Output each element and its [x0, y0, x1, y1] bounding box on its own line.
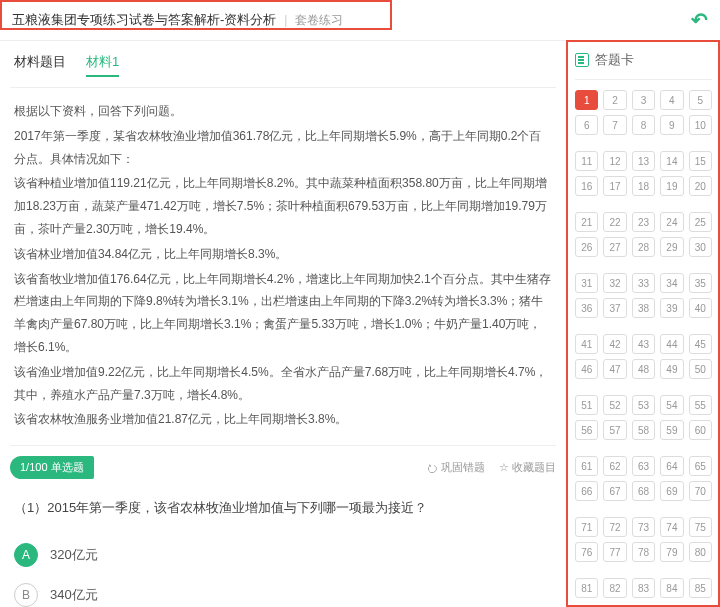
answer-cell[interactable]: 43: [632, 334, 655, 354]
answer-cell[interactable]: 27: [603, 237, 626, 257]
answer-cell[interactable]: 8: [632, 115, 655, 135]
answer-cell[interactable]: 75: [689, 517, 712, 537]
answer-cell[interactable]: 6: [575, 115, 598, 135]
answer-cell[interactable]: 13: [632, 151, 655, 171]
answer-cell[interactable]: 12: [603, 151, 626, 171]
passage-block: 根据以下资料，回答下列问题。 2017年第一季度，某省农林牧渔业增加值361.7…: [10, 88, 556, 446]
favorite-button[interactable]: ☆ 收藏题目: [499, 460, 556, 475]
answer-cell[interactable]: 5: [689, 90, 712, 110]
answer-cell[interactable]: 60: [689, 420, 712, 440]
answer-cell[interactable]: 22: [603, 212, 626, 232]
answer-cell[interactable]: 2: [603, 90, 626, 110]
answer-cell[interactable]: 28: [632, 237, 655, 257]
answer-cell[interactable]: 85: [689, 578, 712, 598]
tab-material-1[interactable]: 材料1: [86, 53, 119, 77]
answer-cell[interactable]: 32: [603, 273, 626, 293]
answer-grid: 1234567891011121314151617181920212223242…: [575, 90, 712, 598]
answer-cell[interactable]: 48: [632, 359, 655, 379]
answer-cell[interactable]: 24: [660, 212, 683, 232]
answer-cell[interactable]: 21: [575, 212, 598, 232]
answer-cell[interactable]: 14: [660, 151, 683, 171]
answer-cell[interactable]: 76: [575, 542, 598, 562]
content-area: 材料题目 材料1 根据以下资料，回答下列问题。 2017年第一季度，某省农林牧渔…: [0, 41, 566, 607]
answer-cell[interactable]: 40: [689, 298, 712, 318]
answer-cell[interactable]: 18: [632, 176, 655, 196]
answer-cell[interactable]: 17: [603, 176, 626, 196]
option-b[interactable]: B 340亿元: [14, 575, 552, 607]
answer-cell[interactable]: 31: [575, 273, 598, 293]
answer-cell[interactable]: 25: [689, 212, 712, 232]
answer-cell[interactable]: 39: [660, 298, 683, 318]
answer-cell[interactable]: 83: [632, 578, 655, 598]
answer-cell[interactable]: 52: [603, 395, 626, 415]
answer-cell[interactable]: 3: [632, 90, 655, 110]
back-arrow-icon[interactable]: ↶: [691, 8, 708, 32]
answer-cell[interactable]: 44: [660, 334, 683, 354]
answer-cell[interactable]: 23: [632, 212, 655, 232]
options-list: A 320亿元 B 340亿元 C 360亿元 D 380亿元 ? 不会: [10, 535, 556, 607]
option-letter: B: [14, 583, 38, 607]
material-tabs: 材料题目 材料1: [10, 41, 556, 88]
option-a[interactable]: A 320亿元: [14, 535, 552, 575]
answer-cell[interactable]: 37: [603, 298, 626, 318]
answer-cell[interactable]: 74: [660, 517, 683, 537]
answer-cell[interactable]: 16: [575, 176, 598, 196]
answer-cell[interactable]: 65: [689, 456, 712, 476]
answer-cell[interactable]: 62: [603, 456, 626, 476]
answer-cell[interactable]: 69: [660, 481, 683, 501]
answer-cell[interactable]: 33: [632, 273, 655, 293]
answer-cell[interactable]: 77: [603, 542, 626, 562]
answer-cell[interactable]: 20: [689, 176, 712, 196]
answer-cell[interactable]: 45: [689, 334, 712, 354]
answer-cell[interactable]: 58: [632, 420, 655, 440]
answer-cell[interactable]: 72: [603, 517, 626, 537]
answer-cell[interactable]: 10: [689, 115, 712, 135]
answer-cell[interactable]: 49: [660, 359, 683, 379]
answer-cell[interactable]: 51: [575, 395, 598, 415]
answer-cell[interactable]: 80: [689, 542, 712, 562]
answer-cell[interactable]: 71: [575, 517, 598, 537]
answer-cell[interactable]: 26: [575, 237, 598, 257]
page-header: 五粮液集团专项练习试卷与答案解析-资料分析 | 套卷练习 ↶: [0, 0, 720, 41]
answer-cell[interactable]: 30: [689, 237, 712, 257]
answer-cell[interactable]: 11: [575, 151, 598, 171]
answer-cell[interactable]: 35: [689, 273, 712, 293]
answer-cell[interactable]: 42: [603, 334, 626, 354]
answer-cell[interactable]: 78: [632, 542, 655, 562]
answer-cell[interactable]: 9: [660, 115, 683, 135]
answer-cell[interactable]: 61: [575, 456, 598, 476]
answer-cell[interactable]: 57: [603, 420, 626, 440]
answer-cell[interactable]: 46: [575, 359, 598, 379]
page-title: 五粮液集团专项练习试卷与答案解析-资料分析: [12, 11, 276, 29]
answer-cell[interactable]: 34: [660, 273, 683, 293]
answer-cell[interactable]: 36: [575, 298, 598, 318]
answer-cell[interactable]: 4: [660, 90, 683, 110]
answer-cell[interactable]: 50: [689, 359, 712, 379]
answer-cell[interactable]: 79: [660, 542, 683, 562]
answer-cell[interactable]: 15: [689, 151, 712, 171]
answer-cell[interactable]: 53: [632, 395, 655, 415]
answer-cell[interactable]: 67: [603, 481, 626, 501]
answer-cell[interactable]: 82: [603, 578, 626, 598]
answer-cell[interactable]: 1: [575, 90, 598, 110]
answer-cell[interactable]: 84: [660, 578, 683, 598]
answer-cell[interactable]: 73: [632, 517, 655, 537]
answer-cell[interactable]: 66: [575, 481, 598, 501]
answer-cell[interactable]: 41: [575, 334, 598, 354]
answer-cell[interactable]: 56: [575, 420, 598, 440]
answer-cell[interactable]: 54: [660, 395, 683, 415]
answer-cell[interactable]: 7: [603, 115, 626, 135]
answer-cell[interactable]: 55: [689, 395, 712, 415]
answer-cell[interactable]: 38: [632, 298, 655, 318]
answer-cell[interactable]: 59: [660, 420, 683, 440]
answer-cell[interactable]: 29: [660, 237, 683, 257]
answer-cell[interactable]: 70: [689, 481, 712, 501]
answer-cell[interactable]: 64: [660, 456, 683, 476]
tab-material-topic[interactable]: 材料题目: [14, 53, 66, 77]
answer-cell[interactable]: 19: [660, 176, 683, 196]
answer-cell[interactable]: 63: [632, 456, 655, 476]
answer-cell[interactable]: 68: [632, 481, 655, 501]
answer-cell[interactable]: 47: [603, 359, 626, 379]
answer-cell[interactable]: 81: [575, 578, 598, 598]
consolidate-button[interactable]: ⭮ 巩固错题: [427, 460, 485, 475]
